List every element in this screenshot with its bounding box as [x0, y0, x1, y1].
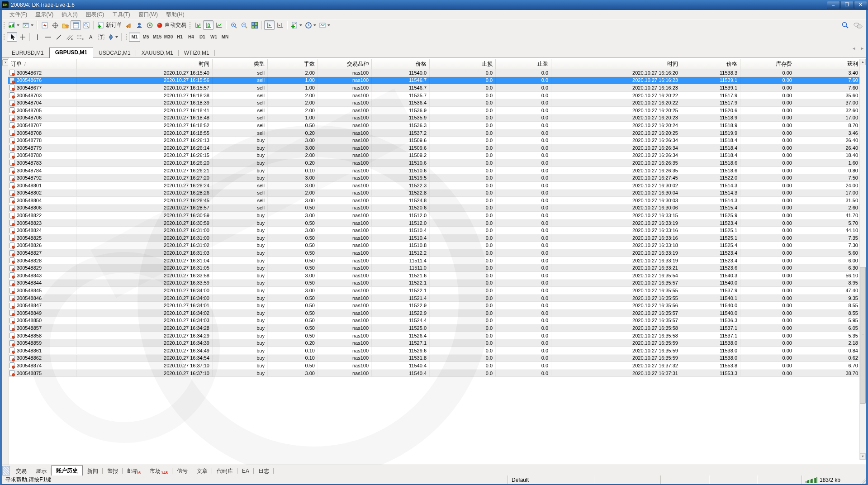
history-order-row[interactable]: 3005487082020.10.27 16:18:55sell0.20nas1… — [8, 129, 861, 137]
column-header[interactable]: 交易品种 — [318, 59, 372, 69]
new-chart-button[interactable] — [7, 20, 21, 30]
candlestick-button[interactable] — [203, 20, 213, 30]
text-tool[interactable]: A — [85, 32, 96, 42]
history-order-row[interactable]: 3005487802020.10.27 16:26:15buy2.00nas10… — [8, 152, 861, 160]
history-order-row[interactable]: 3005487042020.10.27 16:18:39sell2.00nas1… — [8, 99, 861, 107]
history-order-row[interactable]: 3005486722020.10.27 16:15:40sell2.00nas1… — [8, 69, 861, 77]
history-order-row[interactable]: 3005488742020.10.27 16:37:10buy0.50nas10… — [8, 362, 861, 370]
terminal-tab-邮箱[interactable]: 邮箱6 — [123, 466, 145, 475]
history-order-row[interactable]: 3005487922020.10.27 16:27:20buy3.00nas10… — [8, 174, 861, 182]
history-order-row[interactable]: 3005487792020.10.27 16:26:14buy3.00nas10… — [8, 144, 861, 152]
arrows-tool[interactable] — [106, 32, 119, 42]
autotrading-button[interactable]: 自动交易 — [155, 20, 188, 30]
column-header[interactable]: 价格 — [372, 59, 430, 69]
trendline-tool[interactable] — [53, 32, 64, 42]
zoom-in-button[interactable] — [228, 20, 239, 30]
tab-scroll-right-icon[interactable]: ► — [860, 46, 864, 51]
terminal-tab-展示[interactable]: 展示 — [31, 466, 51, 475]
menu-item[interactable]: 显示(V) — [31, 11, 57, 19]
history-order-row[interactable]: 3005488572020.10.27 16:34:28buy0.50nas10… — [8, 324, 861, 332]
history-order-row[interactable]: 3005488582020.10.27 16:34:29buy0.50nas10… — [8, 332, 861, 340]
history-order-row[interactable]: 3005488442020.10.27 16:33:59buy0.50nas10… — [8, 280, 861, 287]
terminal-tab-信号[interactable]: 信号 — [172, 466, 192, 475]
timeframe-button-w1[interactable]: W1 — [208, 33, 219, 42]
line-chart-button[interactable] — [213, 20, 224, 30]
chart-tab[interactable]: GBPUSD,M1 — [49, 47, 93, 58]
column-header[interactable]: 获利 — [795, 59, 861, 69]
fibonacci-tool[interactable]: F — [75, 32, 85, 42]
history-order-row[interactable]: 3005487782020.10.27 16:26:13buy3.00nas10… — [8, 137, 861, 144]
timeframe-button-mn[interactable]: MN — [219, 33, 231, 42]
toolbar-grip[interactable] — [125, 33, 128, 41]
profiles-button[interactable] — [21, 20, 35, 30]
terminal-tab-账户历史[interactable]: 账户历史 — [51, 465, 83, 475]
terminal-tab-文章[interactable]: 文章 — [192, 466, 212, 475]
history-order-row[interactable]: 3005488242020.10.27 16:31:00buy3.00nas10… — [8, 227, 861, 234]
new-order-button[interactable]: 新订单 — [96, 20, 123, 30]
status-profile[interactable]: Default — [508, 475, 594, 484]
history-order-row[interactable]: 3005488612020.10.27 16:34:49buy0.10nas10… — [8, 347, 861, 355]
chat-icon[interactable] — [854, 22, 863, 29]
terminal-tab-日志[interactable]: 日志 — [254, 466, 274, 475]
close-button[interactable]: ✕ — [854, 1, 867, 9]
chart-tab[interactable]: EURUSD,M1 — [6, 48, 49, 58]
toolbar-grip[interactable] — [3, 33, 5, 41]
column-header[interactable]: 时间 — [77, 59, 213, 69]
column-header[interactable]: 订单/ — [8, 59, 77, 69]
timeframe-button-m1[interactable]: M1 — [129, 33, 140, 42]
history-order-row[interactable]: 3005488042020.10.27 16:28:45sell3.00nas1… — [8, 197, 861, 204]
toolbar-grip[interactable] — [189, 22, 191, 29]
resize-grip[interactable] — [860, 475, 866, 484]
minimize-button[interactable]: – — [827, 1, 840, 9]
horizontal-line-tool[interactable] — [43, 32, 53, 42]
history-order-row[interactable]: 3005487072020.10.27 16:18:52sell0.50nas1… — [8, 122, 861, 129]
history-order-row[interactable]: 3005488222020.10.27 16:30:59buy3.00nas10… — [8, 212, 861, 219]
terminal-tab-EA[interactable]: EA — [237, 466, 254, 475]
history-order-row[interactable]: 3005486762020.10.27 16:15:56sell1.00nas1… — [8, 77, 861, 85]
column-header[interactable]: 价格 — [681, 59, 740, 69]
terminal-tab-警报[interactable]: 警报 — [103, 466, 123, 475]
history-order-row[interactable]: 3005488622020.10.27 16:34:54buy0.10nas10… — [8, 355, 861, 362]
periods-button[interactable] — [304, 20, 318, 30]
menu-item[interactable]: 帮助(H) — [162, 11, 189, 19]
templates-button[interactable] — [318, 20, 332, 30]
column-header[interactable]: 止损 — [430, 59, 496, 69]
timeframe-button-m30[interactable]: M30 — [163, 33, 174, 42]
data-window-button[interactable] — [50, 20, 60, 30]
history-order-row[interactable]: 3005487052020.10.27 16:18:41sell2.00nas1… — [8, 107, 861, 114]
vertical-line-tool[interactable] — [32, 32, 43, 42]
terminal-button[interactable] — [71, 20, 81, 30]
terminal-tab-市场[interactable]: 市场148 — [145, 466, 172, 475]
tab-scroll-left-icon[interactable]: ◄ — [852, 46, 856, 51]
timeframe-button-h4[interactable]: H4 — [185, 33, 197, 42]
history-order-row[interactable]: 3005486772020.10.27 16:15:57sell1.00nas1… — [8, 84, 861, 92]
timeframe-button-d1[interactable]: D1 — [197, 33, 208, 42]
column-header[interactable]: 类型 — [213, 59, 268, 69]
terminal-tab-交易[interactable]: 交易 — [11, 466, 31, 475]
dock-handle-icon[interactable] — [2, 466, 10, 475]
tile-windows-button[interactable] — [249, 20, 260, 30]
history-order-row[interactable]: 3005488282020.10.27 16:31:04buy0.50nas10… — [8, 257, 861, 265]
cursor-tool-button[interactable] — [7, 32, 17, 42]
timeframe-button-h1[interactable]: H1 — [174, 33, 185, 42]
history-order-row[interactable]: 3005488502020.10.27 16:34:03buy0.50nas10… — [8, 317, 861, 325]
signals-button[interactable] — [144, 20, 155, 30]
timeframe-button-m15[interactable]: M15 — [152, 33, 163, 42]
indicators-button[interactable] — [289, 20, 304, 30]
chart-tab[interactable]: WTIZ0,M1 — [179, 48, 215, 58]
history-order-row[interactable]: 3005488252020.10.27 16:31:00buy0.50nas10… — [8, 234, 861, 242]
strategy-tester-button[interactable] — [81, 20, 91, 30]
column-header[interactable]: 时间 — [551, 59, 681, 69]
history-order-row[interactable]: 3005487062020.10.27 16:18:48sell1.00nas1… — [8, 114, 861, 122]
scroll-down-icon[interactable]: ▼ — [860, 453, 866, 460]
channel-tool[interactable]: E — [64, 32, 75, 42]
scrollbar-thumb[interactable] — [860, 267, 866, 404]
label-tool[interactable]: T — [96, 32, 106, 42]
toolbar-grip[interactable] — [3, 22, 5, 29]
history-order-row[interactable]: 3005488272020.10.27 16:31:03buy0.50nas10… — [8, 249, 861, 257]
search-icon[interactable] — [841, 21, 849, 29]
history-order-row[interactable]: 3005488452020.10.27 16:34:00buy3.00nas10… — [8, 287, 861, 295]
menu-item[interactable]: 图表(C) — [82, 11, 109, 19]
menu-item[interactable]: 工具(T) — [108, 11, 134, 19]
column-header[interactable]: 止盈 — [496, 59, 551, 69]
